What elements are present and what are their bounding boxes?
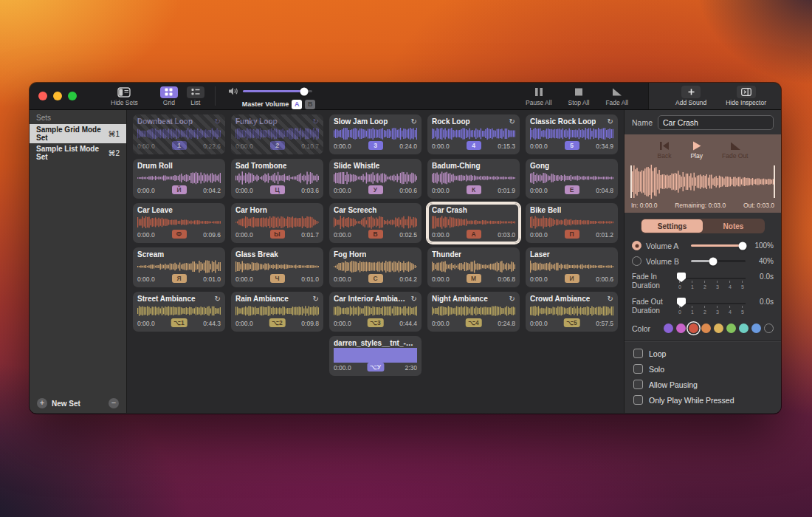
sound-tile[interactable]: Funky Loop↻0:00.020:10.7 [231,114,323,154]
checkbox-only-play-while-pressed[interactable]: Only Play While Pressed [625,392,781,408]
volume-a-value: 100% [750,242,774,250]
sound-tile[interactable]: Scream0:00.0Я0:01.0 [133,247,225,287]
sound-tile[interactable]: Crowd Ambiance↻0:00.0⌥50:57.5 [526,292,618,332]
duration: 0:34.9 [596,143,613,150]
volume-b-slider[interactable] [691,260,746,262]
add-sound-button[interactable]: Add Sound [671,84,711,108]
master-volume-knob[interactable] [300,87,308,95]
checkbox-box[interactable] [633,364,643,374]
in-marker[interactable] [630,165,632,198]
volume-b-knob[interactable] [709,257,717,265]
back-button[interactable]: Back [658,140,672,160]
tick-mark: 1 [691,281,694,290]
start-time: 0:00.0 [432,231,450,239]
list-view-button[interactable]: List [182,84,209,108]
tab-settings[interactable]: Settings [641,219,703,233]
sound-tile[interactable]: Street Ambiance↻0:00.0⌥10:44.3 [133,292,225,332]
tile-waveform [530,126,613,141]
volume-a-knob[interactable] [739,242,747,250]
color-swatch[interactable] [714,323,723,333]
new-set-button[interactable]: + New Set [37,398,109,408]
key-badge: С [368,274,383,283]
sound-tile[interactable]: Car Horn0:00.0Ы0:01.7 [231,203,323,243]
play-button[interactable]: Play [690,140,703,160]
inspector-waveform[interactable] [630,164,775,199]
duration: 0:01.0 [301,275,319,283]
sound-tile[interactable]: Car Screech0:00.0В0:02.5 [329,203,422,243]
start-time: 0:00.0 [334,320,351,327]
sound-name: Bike Bell [530,206,561,214]
color-swatch[interactable] [726,323,736,333]
play-icon [691,140,702,151]
color-swatch-none[interactable] [764,323,774,333]
sound-tile[interactable]: Rock Loop↻0:00.040:15.3 [427,114,520,154]
key-badge: 3 [368,141,383,150]
volume-a-slider[interactable] [691,244,746,247]
duration: 0:22.6 [203,143,221,150]
minimize-window-button[interactable] [53,92,62,100]
sound-tile[interactable]: Downbeat Loop↻0:00.010:22.6 [133,114,225,154]
sound-tile[interactable]: Thunder0:00.0М0:06.8 [427,247,520,287]
sound-tile[interactable]: Glass Break0:00.0Ч0:01.0 [231,247,323,287]
sidebar-set-item[interactable]: Sample Grid Mode Set⌘1 [30,124,126,143]
list-icon [187,86,204,98]
key-badge: ⌥3 [367,318,384,327]
color-swatch[interactable] [701,323,711,333]
sound-tile[interactable]: Sad Trombone0:00.0Ц0:03.6 [231,159,323,199]
sound-name: Downbeat Loop [137,117,193,126]
channel-a-button[interactable]: A [292,100,302,109]
volume-a-radio[interactable] [632,241,641,250]
sound-name-input[interactable]: Car Crash [658,115,774,130]
sound-tile[interactable]: Slow Jam Loop↻0:00.030:24.0 [329,114,422,154]
tile-waveform [432,126,515,141]
sound-tile[interactable]: Classic Rock Loop↻0:00.050:34.9 [526,114,618,154]
checkbox-loop[interactable]: Loop [625,346,781,361]
close-window-button[interactable] [38,92,47,100]
tab-notes[interactable]: Notes [703,219,764,233]
fade-in-slider[interactable]: 012345 [677,271,746,293]
color-swatch[interactable] [689,323,698,333]
hide-inspector-button[interactable]: Hide Inspector [721,84,771,108]
sound-tile[interactable]: Car Leave0:00.0Ф0:09.6 [133,203,225,243]
sound-tile[interactable]: Car Interior Ambiance↻0:00.0⌥30:44.4 [329,292,422,332]
checkbox-allow-pausing[interactable]: Allow Pausing [625,377,781,392]
hide-sets-button[interactable]: Hide Sets [106,84,142,108]
duration: 0:24.8 [498,320,515,327]
sound-tile[interactable]: Laser0:00.0И0:00.6 [526,247,618,287]
sound-tile[interactable]: darren_styles__tnt_-_…0:00.0⌥У2:30 [329,336,422,376]
fade-all-button[interactable]: Fade All [601,84,633,108]
sound-tile[interactable]: Car Crash0:00.0А0:03.0 [427,203,520,243]
checkbox-box[interactable] [633,380,643,389]
sound-tile[interactable]: Bike Bell0:00.0П0:01.2 [526,203,618,243]
grid-view-button[interactable]: Grid [156,84,182,108]
fade-out-button[interactable]: Fade Out [722,140,748,160]
name-label: Name [632,118,653,127]
pause-all-button[interactable]: Pause All [521,84,556,108]
channel-b-button[interactable]: B [305,100,315,109]
hide-sets-label: Hide Sets [111,99,138,106]
checkbox-solo[interactable]: Solo [625,361,781,377]
sound-tile[interactable]: Night Ambiance↻0:00.0⌥40:24.8 [427,292,520,332]
inspector-tabs: SettingsNotes [641,219,765,233]
sound-tile[interactable]: Slide Whistle0:00.0У0:00.6 [329,159,422,199]
fade-out-slider[interactable]: 012345 [677,296,746,318]
out-marker[interactable] [774,165,775,198]
sound-tile[interactable]: Badum-Ching0:00.0К0:01.9 [427,159,520,199]
sound-tile[interactable]: Fog Horn0:00.0С0:04.2 [329,247,422,287]
checkbox-box[interactable] [633,395,643,405]
zoom-window-button[interactable] [68,92,77,100]
master-volume-slider[interactable] [243,90,312,92]
tile-waveform [432,259,515,274]
sound-tile[interactable]: Drum Roll0:00.0Й0:04.2 [133,159,225,199]
color-swatch[interactable] [751,323,761,333]
remove-set-button[interactable]: − [109,398,119,408]
checkbox-box[interactable] [633,349,643,358]
color-swatch[interactable] [664,323,673,333]
sound-tile[interactable]: Rain Ambiance↻0:00.0⌥20:09.8 [231,292,323,332]
color-swatch[interactable] [739,323,749,333]
volume-b-radio[interactable] [632,256,641,266]
sidebar-set-item[interactable]: Sample List Mode Set⌘2 [30,143,126,162]
stop-all-button[interactable]: Stop All [564,84,594,108]
color-swatch[interactable] [676,323,686,333]
sound-tile[interactable]: Gong0:00.0Е0:04.8 [526,159,618,199]
